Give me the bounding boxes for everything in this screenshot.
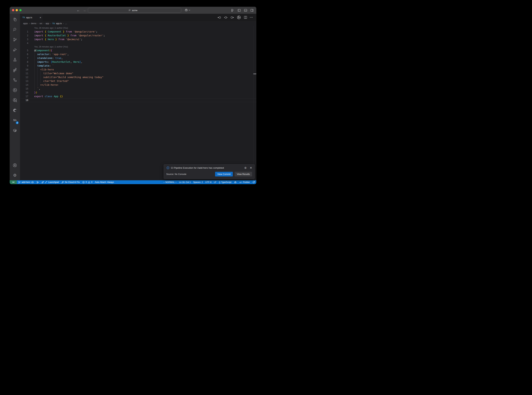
code-line[interactable]: 4 bbox=[20, 41, 256, 45]
code-line[interactable]: 1import { Component } from '@angular/cor… bbox=[20, 30, 256, 33]
line-number[interactable]: 1 bbox=[20, 30, 34, 33]
line-number[interactable]: 17 bbox=[20, 94, 34, 98]
sidebar-item-nx-console[interactable]: N> 2 bbox=[10, 115, 20, 125]
sidebar-item-run-debug[interactable] bbox=[10, 45, 20, 55]
notification-close-icon[interactable]: ✕ bbox=[250, 166, 252, 170]
previous-change-icon[interactable] bbox=[217, 16, 221, 19]
nx-graph-icon[interactable] bbox=[237, 15, 241, 20]
close-window-button[interactable] bbox=[12, 9, 14, 11]
line-number[interactable]: 16 bbox=[20, 91, 34, 94]
toggle-secondary-sidebar-icon[interactable] bbox=[250, 9, 254, 12]
editor-scrollbar[interactable] bbox=[253, 26, 256, 180]
code-line[interactable]: 7 standalone: true, bbox=[20, 56, 256, 60]
line-number[interactable]: 8 bbox=[20, 60, 34, 64]
sidebar-item-search[interactable] bbox=[10, 25, 20, 35]
breadcrumb-item[interactable]: app bbox=[46, 22, 49, 25]
line-number[interactable]: 11 bbox=[20, 71, 34, 75]
notification-settings-icon[interactable]: ⚙ bbox=[244, 166, 247, 170]
line-number[interactable]: 7 bbox=[20, 56, 34, 60]
line-number[interactable]: 14 bbox=[20, 83, 34, 87]
view-results-button[interactable]: View Results bbox=[235, 172, 252, 176]
commit-graph-item[interactable] bbox=[35, 180, 40, 184]
line-number[interactable]: 4 bbox=[20, 41, 34, 45]
code-line[interactable]: 8 imports: [RouterOutlet, Hero], bbox=[20, 60, 256, 64]
sidebar-item-containers[interactable] bbox=[10, 125, 20, 135]
notifications-bell-item[interactable] bbox=[251, 180, 256, 184]
code-line[interactable]: 3import { Hero } from '@acme/ui'; bbox=[20, 37, 256, 41]
breadcrumb-item[interactable]: src bbox=[39, 22, 42, 25]
line-number[interactable]: 6 bbox=[20, 52, 34, 56]
eol-item[interactable]: LF bbox=[213, 180, 218, 184]
sidebar-item-edge-tools[interactable] bbox=[10, 105, 20, 115]
code-line[interactable]: 18 bbox=[20, 98, 256, 102]
code-line[interactable]: 6 selector: 'app-root', bbox=[20, 52, 256, 56]
breadcrumb-item[interactable]: apps bbox=[23, 22, 28, 25]
sidebar-item-account[interactable] bbox=[10, 160, 20, 170]
navigate-back-icon[interactable]: ← bbox=[77, 9, 80, 12]
copilot-status-item[interactable] bbox=[233, 180, 238, 184]
next-change-icon[interactable] bbox=[230, 16, 234, 19]
breadcrumb-file[interactable]: app.ts bbox=[56, 22, 62, 25]
auto-attach-item[interactable]: Auto Attach: Always bbox=[94, 180, 115, 184]
toggle-panel-icon[interactable] bbox=[244, 9, 247, 12]
blame-annotation[interactable]: You, 26 minutes ago | 1 author (You) bbox=[20, 45, 256, 49]
git-branch-item[interactable]: add-hero bbox=[17, 180, 35, 184]
breadcrumb-item[interactable]: demo bbox=[31, 22, 36, 25]
sidebar-item-explorer[interactable] bbox=[10, 14, 20, 25]
line-number[interactable]: 5 bbox=[20, 49, 34, 52]
prettier-item[interactable]: Prettier bbox=[238, 180, 251, 184]
indentation-item[interactable]: Spaces: 2 bbox=[192, 180, 204, 184]
line-number[interactable]: 12 bbox=[20, 75, 34, 79]
vim-mode-item[interactable]: -- NORMAL -- bbox=[162, 180, 178, 184]
tab-app-ts[interactable]: TS app.ts × bbox=[20, 14, 43, 21]
code-line[interactable]: 12 subtitle="Build something amazing tod… bbox=[20, 75, 256, 79]
view-commit-button[interactable]: View Commit bbox=[215, 172, 233, 176]
navigate-forward-icon[interactable]: → bbox=[83, 9, 86, 12]
cursor-position-item[interactable]: Ln 18, Col 1 bbox=[178, 180, 192, 184]
search-input[interactable] bbox=[132, 9, 141, 12]
sidebar-item-nx-graph-search[interactable] bbox=[10, 95, 20, 105]
line-number[interactable]: 15 bbox=[20, 87, 34, 91]
breadcrumb-symbol[interactable]: … bbox=[65, 22, 67, 25]
customize-layout-icon[interactable] bbox=[231, 9, 235, 12]
encoding-item[interactable]: UTF-8 bbox=[204, 180, 213, 184]
line-number[interactable]: 18 bbox=[20, 99, 34, 102]
code-line[interactable]: 2import { RouterOutlet } from '@angular/… bbox=[20, 33, 256, 37]
toggle-primary-sidebar-icon[interactable] bbox=[237, 9, 241, 12]
launchpad-item[interactable]: Launchpad bbox=[40, 180, 60, 184]
sidebar-item-nx-graph[interactable] bbox=[10, 85, 20, 95]
code-line[interactable]: 10 <lib-hero bbox=[20, 68, 256, 71]
line-number[interactable]: 13 bbox=[20, 79, 34, 83]
line-number[interactable]: 9 bbox=[20, 64, 34, 68]
current-change-icon[interactable] bbox=[224, 16, 228, 19]
code-line[interactable]: 13 cta="Get Started" bbox=[20, 79, 256, 83]
code-line[interactable]: 16}) bbox=[20, 91, 256, 94]
sidebar-item-testing[interactable] bbox=[10, 55, 20, 65]
code-line[interactable]: 9 template: ` bbox=[20, 64, 256, 68]
line-number[interactable]: 3 bbox=[20, 37, 34, 41]
code-line[interactable]: 14 ></lib-hero> bbox=[20, 83, 256, 87]
sidebar-item-extensions[interactable] bbox=[10, 65, 20, 75]
nx-cloud-item[interactable]: Nx Cloud AI Fix bbox=[60, 180, 81, 184]
code-line[interactable]: 15 `, bbox=[20, 87, 256, 91]
code-line[interactable]: 11 title="Welcmoe demo" bbox=[20, 71, 256, 75]
blame-annotation[interactable]: You, 26 minutes ago | 1 author (You) bbox=[20, 26, 256, 30]
code-line[interactable]: 17export class App {} bbox=[20, 94, 256, 98]
minimize-window-button[interactable] bbox=[16, 9, 18, 11]
line-number[interactable]: 10 bbox=[20, 68, 34, 71]
problems-item[interactable]: 0 0 bbox=[81, 180, 94, 184]
sidebar-item-hierarchy[interactable] bbox=[10, 75, 20, 85]
sidebar-item-source-control[interactable] bbox=[10, 35, 20, 45]
more-actions-icon[interactable]: ··· bbox=[250, 16, 253, 19]
command-center-search[interactable] bbox=[88, 8, 181, 13]
language-mode-item[interactable]: {} TypeScript bbox=[218, 180, 233, 184]
code-line[interactable]: 5@Component({ bbox=[20, 49, 256, 52]
sidebar-item-settings[interactable]: ⚙ bbox=[10, 170, 20, 180]
remote-indicator[interactable]: >< bbox=[10, 180, 17, 184]
copilot-menu[interactable] bbox=[184, 8, 190, 12]
tab-close-icon[interactable]: × bbox=[40, 16, 41, 19]
code-editor[interactable]: You, 26 minutes ago | 1 author (You)1imp… bbox=[20, 26, 256, 180]
line-number[interactable]: 2 bbox=[20, 33, 34, 37]
split-editor-icon[interactable] bbox=[244, 16, 247, 19]
maximize-window-button[interactable] bbox=[19, 9, 21, 11]
